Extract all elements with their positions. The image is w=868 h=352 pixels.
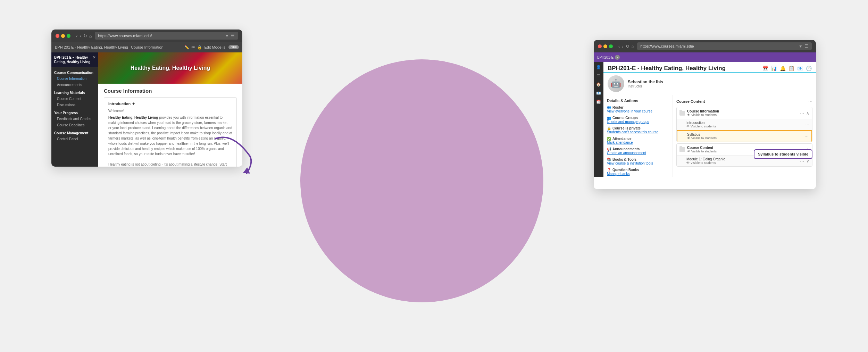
right-minimize-button[interactable] [603,44,607,48]
sub-item-syllabus-text: Syllabus 👁 Visible to students [687,133,717,140]
introduction-name: Introduction [686,121,716,125]
forward-button[interactable]: › [80,33,81,39]
visible-text-info: Visible to students [691,113,717,117]
detail-groups-title: 👥 Course Groups [607,116,669,120]
intro-title: Introduction ✦ [108,101,232,107]
background-circle [300,59,543,302]
lock-detail-icon: 🔒 [607,126,611,130]
sidebar-item-course-information[interactable]: Course Information [54,76,95,82]
right-back-button[interactable]: ‹ [618,44,620,49]
bell-icon[interactable]: 🔔 [780,66,786,71]
sub-item-syllabus: Syllabus 👁 Visible to students ··· [677,130,812,142]
close-sidebar-button[interactable]: ✕ [93,55,95,60]
instructor-avatar: 🤖 [608,75,624,92]
module1-visible-text: Visible to students [691,161,716,165]
content-item-left-info: Course Information 👁 Visible to students [679,109,719,117]
nav-icon-4[interactable]: 📧 [596,91,601,95]
roster-link[interactable]: View everyone in your course [607,109,669,113]
toolbar-right: ✏️ 👁 🔒 Edit Mode is: OFF [184,45,239,50]
sidebar-section-title-management: Course Management [54,131,95,135]
left-sidebar: ✕ BPH 201 E – Healthy Eating, Healthy Li… [51,52,98,167]
calendar-icon[interactable]: 📅 [762,66,768,71]
content-more-icon[interactable]: ··· [808,99,812,104]
content-item-left-content: Course Content 👁 Visible to students [679,146,717,153]
right-url-text: https://www.courses.miami.edu/ [641,44,694,48]
course-header-image: Healthy Eating, Healthy Living [98,52,242,84]
info-more-icon[interactable]: ··· [800,110,804,116]
books-link[interactable]: View course & institution tools [607,161,669,165]
right-home-button[interactable]: ⌂ [632,44,634,49]
groups-link[interactable]: Create and manage groups [607,120,669,124]
content-column: Course Content ··· Course Information [673,95,816,177]
detail-groups: 👥 Course Groups Create and manage groups [607,116,669,124]
content-col-header: Course Content ··· [676,99,812,104]
left-browser-chrome: ‹ › ↻ ⌂ https://www.courses.miami.edu/ ♥… [51,30,242,42]
url-bar[interactable]: https://www.courses.miami.edu/ ♥ ☰ [95,32,238,40]
browser-navigation: ‹ › ↻ ⌂ [76,33,92,39]
qb-link[interactable]: Manage banks [607,172,669,176]
table-icon[interactable]: 📊 [771,66,777,71]
header-title: Healthy Eating, Healthy Living [131,65,210,71]
clock-icon[interactable]: 🕐 [806,66,812,71]
roster-label: Roster [612,106,624,109]
nav-icon-1[interactable]: 👤 [596,65,601,69]
module1-expand[interactable]: ∨ [806,159,809,164]
sidebar-item-control-panel[interactable]: Control Panel [54,136,95,142]
sidebar-item-announcements[interactable]: Announcements [54,82,95,88]
content-col-title: Course Content [676,99,705,103]
arrow-decoration [205,128,260,184]
right-refresh-button[interactable]: ↻ [626,44,629,49]
sub-item-introduction: Introduction 👁 Visible to students ··· [677,119,812,130]
right-full-body: BPH201-E - Healthy Eating, Healthy Livin… [603,62,816,177]
edit-mode-toggle[interactable]: OFF [228,45,239,49]
nav-icon-3[interactable]: 🏠 [596,82,601,87]
right-browser-navigation: ‹ › ↻ ⌂ [618,44,634,49]
intro-bold-text: Healthy Eating, Healthy Living [108,116,158,119]
sidebar-section-title-progress: Your Progress [54,111,95,115]
edit-mode-label: Edit Mode is: [204,45,226,49]
refresh-button[interactable]: ↻ [83,33,87,39]
right-close-x[interactable]: ✕ [615,55,620,60]
right-close-button[interactable] [598,44,602,48]
eye-icon-intro: 👁 [686,125,690,128]
email-icon[interactable]: 📧 [797,66,803,71]
books-icon: 📚 [607,158,611,161]
detail-books: 📚 Books & Tools View course & institutio… [607,158,669,165]
attendance-link[interactable]: Mark attendance [607,141,669,144]
right-header-icons: 📅 📊 🔔 📋 📧 🕐 [762,66,812,71]
right-traffic-lights [598,44,613,48]
introduction-visible: 👁 Visible to students [686,125,716,128]
private-link[interactable]: Students can't access this course [607,130,669,134]
breadcrumb-left: BPH 201 E - Healthy Eating, Healthy Livi… [55,45,128,49]
right-forward-button[interactable]: › [622,44,623,49]
sidebar-item-feedback-grades[interactable]: Feedback and Grades [54,116,95,122]
sub-item-module1-text: Module 1: Going Organic 👁 Visible to stu… [686,157,725,165]
clipboard-icon[interactable]: 📋 [788,66,794,71]
instructor-name: Sebastian the Ibis [628,79,663,84]
info-collapse-icon[interactable]: ∧ [806,111,809,116]
intro-more[interactable]: ··· [805,122,809,127]
instructor-strip: 🤖 Sebastian the Ibis Instructor [603,73,816,95]
eye-icon-content: 👁 [687,150,690,153]
detail-private: 🔒 Course is private Students can't acces… [607,126,669,134]
right-maximize-button[interactable] [609,44,613,48]
course-content-visible: 👁 Visible to students [687,150,717,153]
right-url-bar[interactable]: https://www.courses.miami.edu/ ♥ ☰ [637,42,812,50]
syllabus-more[interactable]: ··· [804,134,809,139]
section-label: Course Information [131,45,164,49]
url-text: https://www.courses.miami.edu/ [98,34,152,38]
nav-icon-5[interactable]: 📅 [596,100,601,104]
sidebar-item-course-deadlines[interactable]: Course Deadlines [54,122,95,128]
folder-icon-content [679,147,685,152]
question-icon: ❓ [607,168,611,172]
sidebar-item-discussions[interactable]: Discussions [54,102,95,108]
minimize-button[interactable] [61,34,65,38]
sidebar-item-course-content[interactable]: Course Content [54,96,95,102]
maximize-button[interactable] [67,34,70,38]
close-button[interactable] [56,34,59,38]
announcements-link[interactable]: Create an announcement [607,151,669,155]
nav-icon-2[interactable]: ☰ [597,74,600,78]
back-button[interactable]: ‹ [76,33,77,39]
home-button[interactable]: ⌂ [89,33,92,39]
right-url-icons: ♥ ☰ [799,44,808,49]
